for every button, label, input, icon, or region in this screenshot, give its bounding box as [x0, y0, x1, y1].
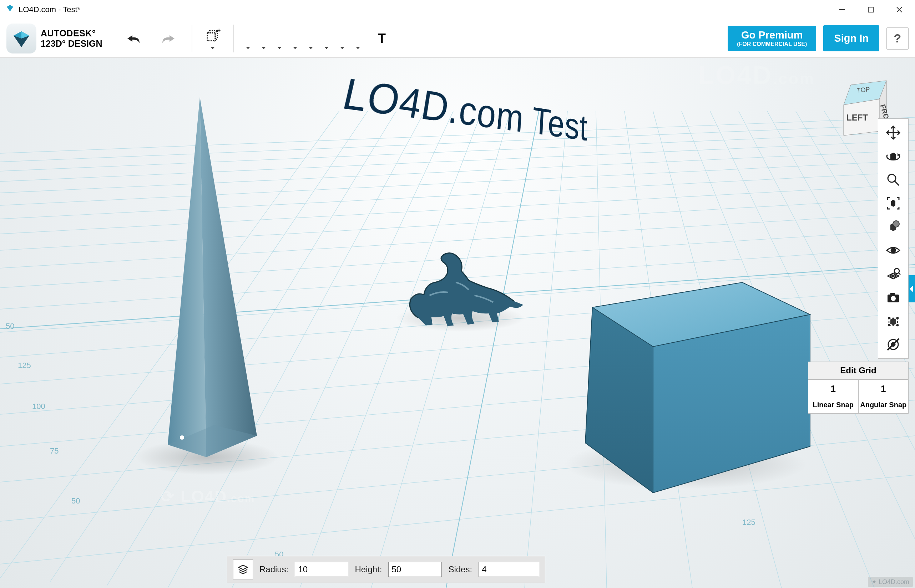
- redo-button[interactable]: [157, 28, 179, 49]
- height-input[interactable]: [388, 562, 442, 577]
- snap-panel: Linear Snap Angular Snap: [808, 380, 909, 414]
- visibility-tool[interactable]: [881, 239, 906, 262]
- pan-tool[interactable]: [881, 121, 906, 144]
- cone-object: [168, 97, 257, 457]
- svg-marker-76: [168, 97, 206, 457]
- svg-text:T: T: [378, 31, 386, 46]
- materials-tool[interactable]: [881, 215, 906, 239]
- premium-title: Go Premium: [737, 29, 807, 41]
- app-icon[interactable]: [6, 24, 36, 53]
- svg-marker-115: [239, 565, 247, 569]
- measure-tool[interactable]: [350, 27, 366, 49]
- svg-rect-1: [868, 7, 873, 12]
- viewcube-top: TOP: [857, 86, 870, 94]
- orbit-tool[interactable]: [881, 144, 906, 168]
- minimize-button[interactable]: [828, 0, 857, 19]
- svg-point-93: [891, 248, 896, 252]
- brand: AUTODESK° 123D° DESIGN: [40, 28, 102, 49]
- combine-tool[interactable]: [319, 27, 334, 49]
- separator: [233, 24, 234, 52]
- svg-marker-77: [200, 97, 257, 457]
- lock-orbit-tool[interactable]: [881, 333, 906, 356]
- svg-line-100: [899, 273, 900, 275]
- radius-label: Radius:: [259, 564, 288, 575]
- maximize-button[interactable]: [857, 0, 885, 19]
- svg-line-114: [887, 339, 899, 350]
- linear-snap-label: Linear Snap: [808, 398, 858, 413]
- insert-primitive-button[interactable]: +: [199, 27, 227, 49]
- group-tool[interactable]: [881, 309, 906, 333]
- svg-line-55: [0, 198, 915, 250]
- svg-rect-102: [891, 293, 895, 295]
- svg-text:125: 125: [18, 361, 31, 370]
- modify-tool[interactable]: [287, 27, 303, 49]
- viewport[interactable]: LO4D.com: [0, 58, 915, 588]
- watermark-corner: ✦ LO4D.com: [868, 577, 913, 587]
- svg-line-34: [525, 111, 567, 588]
- svg-line-28: [107, 111, 396, 585]
- fit-tool[interactable]: [881, 192, 906, 215]
- svg-rect-7: [207, 33, 215, 40]
- premium-subtitle: (FOR COMMERCIAL USE): [737, 41, 807, 47]
- grid-tool[interactable]: [881, 262, 906, 286]
- snapshot-tool[interactable]: [881, 286, 906, 309]
- svg-point-90: [888, 174, 896, 182]
- svg-point-92: [893, 221, 899, 227]
- brand-line2: 123D° DESIGN: [40, 39, 102, 49]
- brand-line1: AUTODESK°: [40, 28, 102, 39]
- signin-button[interactable]: Sign In: [823, 25, 879, 51]
- titlebar: LO4D.com - Test*: [0, 0, 915, 19]
- separator: [192, 24, 192, 52]
- sketch-tool[interactable]: [256, 27, 272, 49]
- window-title: LO4D.com - Test*: [19, 5, 80, 14]
- toolbar: AUTODESK° 123D° DESIGN + T Go Premium (F…: [0, 19, 915, 58]
- svg-text:75: 75: [50, 446, 58, 456]
- grouping-tool[interactable]: [334, 27, 350, 49]
- svg-line-44: [0, 475, 915, 564]
- angular-snap-input[interactable]: [858, 380, 909, 398]
- svg-text:50: 50: [6, 321, 14, 331]
- svg-point-107: [897, 325, 898, 326]
- linear-snap-input[interactable]: [808, 380, 858, 398]
- close-button[interactable]: [885, 0, 913, 19]
- viewcube-left: LEFT: [847, 113, 868, 122]
- text-tool[interactable]: T: [372, 28, 394, 49]
- property-bar: Radius: Height: Sides:: [227, 556, 545, 583]
- watermark: ⟳ LO4D.com: [160, 487, 255, 506]
- sides-input[interactable]: [479, 562, 539, 577]
- chevron-down-icon: [211, 47, 215, 49]
- edit-grid-button[interactable]: Edit Grid: [808, 362, 909, 380]
- svg-line-58: [0, 160, 915, 205]
- svg-text:125: 125: [742, 518, 755, 527]
- svg-point-103: [891, 296, 896, 301]
- svg-text:50: 50: [71, 496, 80, 505]
- layers-icon[interactable]: [233, 559, 253, 580]
- svg-line-31: [300, 111, 482, 588]
- svg-line-56: [0, 184, 915, 234]
- pattern-tool[interactable]: [303, 27, 319, 49]
- height-label: Height:: [355, 564, 382, 575]
- primitives-tool[interactable]: [240, 27, 256, 49]
- sides-label: Sides:: [448, 564, 472, 575]
- svg-point-79: [180, 435, 184, 439]
- help-button[interactable]: ?: [886, 27, 909, 50]
- svg-line-91: [895, 181, 899, 186]
- angular-snap-label: Angular Snap: [858, 398, 909, 413]
- svg-text:+: +: [217, 28, 220, 33]
- svg-line-61: [0, 132, 915, 171]
- svg-line-57: [0, 172, 915, 219]
- scene: 50 125 100 75 50 50 125: [0, 58, 915, 588]
- construct-tool[interactable]: [272, 27, 287, 49]
- navigation-tools: [878, 118, 909, 359]
- undo-button[interactable]: [123, 28, 144, 49]
- svg-line-30: [232, 111, 453, 588]
- radius-input[interactable]: [295, 562, 348, 577]
- svg-text:100: 100: [32, 402, 45, 411]
- side-panel-toggle[interactable]: [909, 275, 915, 302]
- go-premium-button[interactable]: Go Premium (FOR COMMERCIAL USE): [728, 26, 816, 51]
- svg-point-99: [894, 268, 899, 273]
- zoom-tool[interactable]: [881, 168, 906, 192]
- app-small-icon: [6, 4, 14, 15]
